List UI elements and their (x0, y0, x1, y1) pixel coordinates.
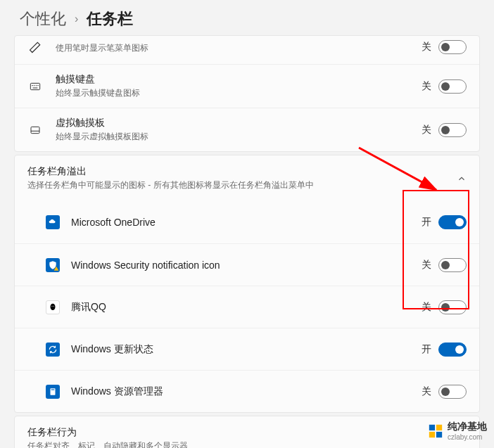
touch-keyboard-row[interactable]: 触摸键盘 始终显示触摸键盘图标 关 (15, 64, 479, 108)
row-sub: 始终显示触摸键盘图标 (56, 87, 422, 99)
row-sub: 始终显示虚拟触摸板图标 (56, 131, 422, 143)
taskbar-corner-icons-card: 使用笔时显示笔菜单图标 关 触摸键盘 始终显示触摸键盘图标 关 虚拟触摸板 始终… (14, 35, 480, 152)
explorer-row[interactable]: Windows 资源管理器 关 (15, 370, 479, 412)
pen-icon (27, 39, 43, 55)
toggle-label: 开 (422, 216, 431, 229)
overflow-section-header[interactable]: 任务栏角溢出 选择任务栏角中可能显示的图标 - 所有其他图标将显示在任务栏角溢出… (15, 155, 479, 201)
toggle-label: 关 (422, 80, 431, 93)
chevron-right-icon: › (75, 13, 78, 25)
explorer-toggle[interactable] (438, 385, 467, 399)
item-label: Windows Security notification icon (71, 260, 422, 271)
update-row[interactable]: Windows 更新状态 开 (15, 328, 479, 370)
breadcrumb-current: 任务栏 (87, 8, 133, 30)
watermark: 纯净基地 czlaby.com (428, 421, 487, 441)
watermark-logo-icon (428, 423, 443, 439)
svg-point-4 (38, 85, 39, 86)
svg-point-2 (34, 85, 34, 86)
svg-point-10 (53, 305, 54, 306)
section-sub: 选择任务栏角中可能显示的图标 - 所有其他图标将显示在任务栏角溢出菜单中 (27, 179, 457, 191)
breadcrumb: 个性化 › 任务栏 (0, 0, 494, 35)
watermark-text: 纯净基地 (448, 421, 487, 433)
toggle-label: 关 (422, 385, 431, 398)
watermark-url: czlaby.com (448, 433, 487, 441)
taskbar-behavior-card[interactable]: 任务栏行为 任务栏对齐、标记、自动隐藏和多个显示器 (14, 416, 480, 448)
toggle-label: 关 (422, 124, 431, 136)
touchpad-icon (27, 122, 43, 138)
onedrive-icon (46, 215, 60, 229)
item-label: Microsoft OneDrive (71, 217, 422, 228)
qq-icon (46, 300, 60, 314)
svg-point-8 (51, 303, 56, 309)
security-toggle[interactable] (438, 258, 467, 272)
qq-toggle[interactable] (438, 300, 467, 314)
item-label: Windows 更新状态 (71, 343, 422, 356)
virtual-touchpad-row[interactable]: 虚拟触摸板 始终显示虚拟触摸板图标 关 (15, 108, 479, 151)
toggle-label: 关 (422, 41, 431, 53)
svg-rect-16 (429, 431, 435, 437)
svg-rect-17 (436, 431, 442, 437)
toggle-label: 关 (422, 259, 431, 271)
svg-point-3 (36, 85, 37, 86)
section-title: 任务栏角溢出 (27, 165, 457, 178)
svg-point-1 (32, 85, 33, 86)
section-sub: 任务栏对齐、标记、自动隐藏和多个显示器 (27, 440, 467, 448)
qq-row[interactable]: 腾讯QQ 关 (15, 286, 479, 328)
chevron-up-icon (457, 174, 467, 184)
taskbar-overflow-card: 任务栏角溢出 选择任务栏角中可能显示的图标 - 所有其他图标将显示在任务栏角溢出… (14, 155, 480, 413)
item-label: 腾讯QQ (71, 301, 422, 314)
onedrive-toggle[interactable] (438, 215, 467, 229)
security-row[interactable]: Windows Security notification icon 关 (15, 243, 479, 286)
virtual-touchpad-toggle[interactable] (438, 123, 467, 137)
onedrive-row[interactable]: Microsoft OneDrive 开 (15, 201, 479, 243)
security-icon (46, 258, 60, 272)
svg-rect-15 (436, 424, 442, 430)
update-icon (46, 343, 60, 357)
keyboard-icon (27, 79, 43, 94)
toggle-label: 关 (422, 301, 431, 314)
svg-point-9 (51, 305, 52, 306)
pen-toggle[interactable] (438, 40, 467, 54)
explorer-icon (46, 385, 60, 399)
toggle-label: 开 (422, 343, 431, 356)
update-toggle[interactable] (438, 343, 467, 357)
row-title: 触摸键盘 (56, 73, 422, 86)
svg-rect-12 (51, 389, 55, 390)
breadcrumb-parent[interactable]: 个性化 (20, 8, 66, 30)
section-title: 任务栏行为 (27, 426, 467, 439)
item-label: Windows 资源管理器 (71, 385, 422, 398)
row-sub: 使用笔时显示笔菜单图标 (56, 42, 422, 54)
svg-rect-14 (429, 424, 435, 430)
touch-keyboard-toggle[interactable] (438, 79, 467, 94)
row-title: 虚拟触摸板 (56, 117, 422, 129)
pen-menu-row[interactable]: 使用笔时显示笔菜单图标 关 (15, 36, 479, 64)
svg-rect-6 (31, 127, 39, 133)
svg-rect-0 (30, 83, 39, 89)
